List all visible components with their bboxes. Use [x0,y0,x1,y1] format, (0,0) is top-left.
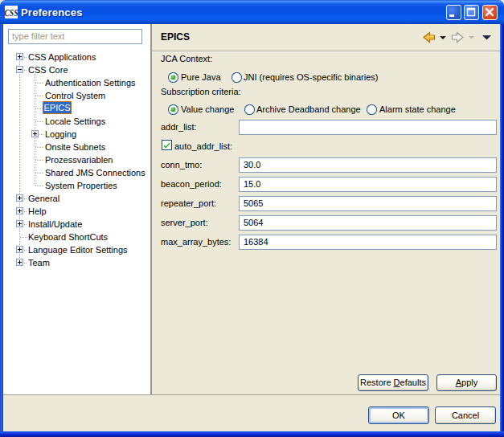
svg-text:CSS: CSS [5,6,18,18]
